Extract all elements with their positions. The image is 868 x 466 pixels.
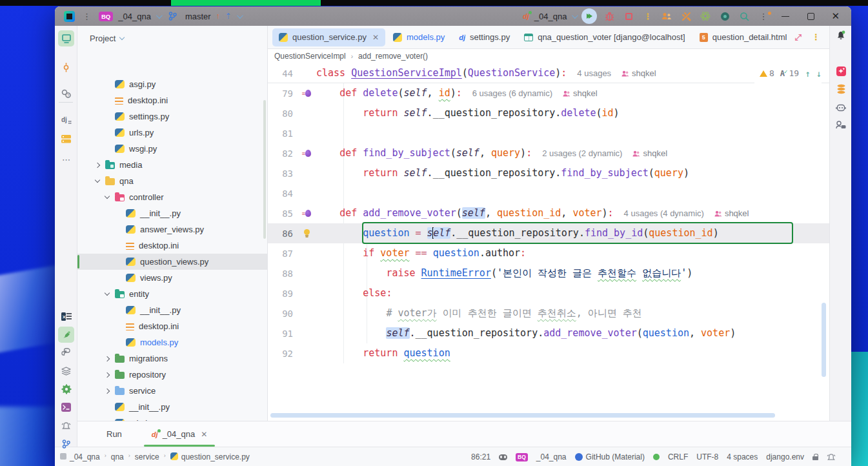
tab-question-detail[interactable]: 5 question_detail.html — [693, 28, 794, 46]
tab-settings[interactable]: dj settings.py — [452, 28, 516, 46]
python-console-icon[interactable] — [58, 345, 74, 361]
inspections-widget[interactable]: 8 A19 ↑ ↓ — [754, 63, 822, 83]
line-number[interactable]: 85 — [268, 208, 297, 219]
tree-item-admin-py[interactable]: admin.py — [77, 415, 267, 421]
tree-item-wsgi-py[interactable]: wsgi.py — [77, 141, 267, 157]
line-number[interactable]: 88 — [268, 268, 297, 279]
tree-item-service[interactable]: service — [77, 383, 267, 399]
author-hint[interactable]: shqkel — [621, 68, 656, 78]
usages-hint[interactable]: 4 usages (4 dynamic) — [624, 208, 704, 218]
code-text[interactable]: def add_remove_voter(self, question_id, … — [316, 203, 614, 223]
usages-hint[interactable]: 2 usages (2 dynamic) — [542, 148, 622, 158]
tree-item-migrations[interactable]: migrations — [77, 350, 267, 367]
tree-item-models-py[interactable]: models.py — [77, 334, 267, 350]
tree-item-qna[interactable]: qna — [77, 173, 267, 189]
run-config-selector[interactable]: _04_qna — [534, 12, 567, 21]
chevron-down-icon[interactable] — [95, 177, 100, 183]
code-line-81[interactable]: 81 — [268, 123, 829, 143]
code-line-44[interactable]: 44class QuestionServiceImpl(QuestionServ… — [268, 63, 829, 83]
chat-icon[interactable] — [833, 117, 849, 133]
build-tools-icon[interactable] — [679, 9, 693, 23]
main-menu-icon[interactable]: ⋮ — [80, 12, 94, 21]
status-path-service[interactable]: service — [135, 452, 159, 461]
lock-icon[interactable] — [812, 456, 818, 460]
vcs-widget[interactable]: GitHub (Material) — [586, 452, 645, 461]
database-icon[interactable] — [833, 81, 849, 97]
gutter[interactable]: ≡ — [297, 150, 316, 157]
gutter[interactable]: ≡ — [297, 90, 316, 97]
tab-options-icon[interactable]: ⋮ — [809, 32, 823, 42]
line-number[interactable]: 84 — [268, 188, 297, 199]
code-with-me-icon[interactable] — [660, 9, 674, 23]
next-problem-icon[interactable]: ↓ — [816, 68, 822, 79]
run-more-icon[interactable]: ⋮ — [641, 12, 654, 21]
code-line-82[interactable]: 82≡ def find_by_subject(self, query):2 u… — [268, 143, 829, 163]
code-editor[interactable]: 79≡ def delete(self, id):6 usages (6 dyn… — [268, 83, 829, 421]
commit-icon[interactable] — [58, 59, 74, 76]
ai-assistant-icon[interactable] — [833, 63, 849, 79]
status-path-project[interactable]: _04_qna — [70, 452, 100, 461]
code-text[interactable]: # voter가 이미 추천한 글이면 추천취소, 아니면 추천 — [316, 303, 642, 323]
line-number[interactable]: 44 — [268, 68, 297, 79]
problems-icon[interactable] — [58, 418, 74, 434]
status-path-qna[interactable]: qna — [111, 452, 124, 461]
author-hint[interactable]: shqkel — [632, 148, 667, 158]
notifications-bell-icon[interactable] — [833, 28, 849, 43]
line-number[interactable]: 86 — [268, 228, 297, 239]
science-atom-icon[interactable] — [698, 9, 712, 23]
vertical-scrollbar[interactable] — [822, 303, 826, 377]
code-line-91[interactable]: 91 self.__question_repository.add_remove… — [268, 323, 829, 343]
tree-item--init-py[interactable]: __init__.py — [77, 302, 267, 318]
horizontal-scrollbar[interactable] — [270, 413, 775, 418]
status-project-name[interactable]: _04_qna — [536, 452, 567, 461]
csv-editor-icon[interactable]: ✕ — [58, 309, 74, 325]
code-line-89[interactable]: 89 else: — [268, 283, 829, 303]
git-tool-icon[interactable] — [58, 436, 74, 452]
caret-position[interactable]: 86:21 — [471, 452, 490, 461]
project-tool-icon[interactable] — [58, 30, 74, 46]
line-number[interactable]: 90 — [268, 309, 297, 319]
code-text[interactable]: def find_by_subject(self, query): — [316, 143, 532, 163]
code-text[interactable]: if voter == question.author: — [316, 243, 526, 263]
tree-item--init-py[interactable]: __init__.py — [77, 205, 267, 221]
minimize-button[interactable] — [782, 16, 789, 17]
line-number[interactable]: 91 — [268, 329, 297, 339]
tree-item-media[interactable]: media — [77, 157, 267, 173]
tab-models[interactable]: models.py — [387, 28, 451, 46]
chevron-down-icon[interactable] — [105, 194, 110, 199]
tree-item-desktop-ini[interactable]: desktop.ini — [77, 318, 267, 334]
terminal-icon[interactable] — [58, 399, 74, 415]
line-number[interactable]: 87 — [268, 248, 297, 259]
tree-item-desktop-ini[interactable]: desktop.ini — [77, 238, 267, 254]
code-line-90[interactable]: 90 # voter가 이미 추천한 글이면 추천취소, 아니면 추천 — [268, 303, 829, 323]
chevron-right-icon[interactable] — [95, 162, 100, 167]
tree-item-answer-views-py[interactable]: answer_views.py — [77, 221, 267, 238]
prev-problem-icon[interactable]: ↑ — [805, 68, 810, 79]
chevron-right-icon[interactable] — [105, 356, 110, 361]
line-number[interactable]: 82 — [268, 148, 297, 159]
debug-button[interactable] — [602, 9, 616, 23]
run-tab[interactable]: dj _04_qna ✕ — [144, 421, 215, 447]
code-text[interactable]: return self.__question_repository.delete… — [316, 103, 620, 123]
project-panel-title[interactable]: Project — [90, 34, 116, 43]
usages-hint[interactable]: 6 usages (6 dynamic) — [472, 88, 552, 98]
close-run-tab-icon[interactable]: ✕ — [201, 430, 207, 439]
code-line-88[interactable]: 88 raise RuntimeError('본인이 작성한 글은 추천할수 없… — [268, 263, 829, 283]
maximize-button[interactable] — [807, 13, 814, 20]
expand-icon[interactable]: ⤢ — [795, 32, 800, 43]
tree-item-settings-py[interactable]: settings.py — [77, 108, 267, 125]
tree-item-views-py[interactable]: views.py — [77, 270, 267, 286]
chevron-down-icon[interactable] — [105, 290, 110, 296]
line-number[interactable]: 89 — [268, 289, 297, 299]
intention-bulb-icon[interactable] — [303, 228, 311, 238]
code-line-84[interactable]: 84 — [268, 183, 829, 203]
tab-question-service[interactable]: question_service.py ✕ — [272, 28, 385, 46]
django-structure-icon[interactable]: dj — [58, 112, 74, 128]
run-label[interactable]: Run — [106, 429, 122, 439]
status-path-file[interactable]: question_service.py — [181, 452, 250, 461]
code-line-79[interactable]: 79≡ def delete(self, id):6 usages (6 dyn… — [268, 83, 829, 103]
tree-item-asgi-py[interactable]: asgi.py — [77, 76, 267, 92]
chevron-right-icon[interactable] — [105, 372, 110, 377]
project-scrollbar[interactable] — [263, 100, 266, 239]
python-packages-icon[interactable] — [58, 327, 74, 343]
